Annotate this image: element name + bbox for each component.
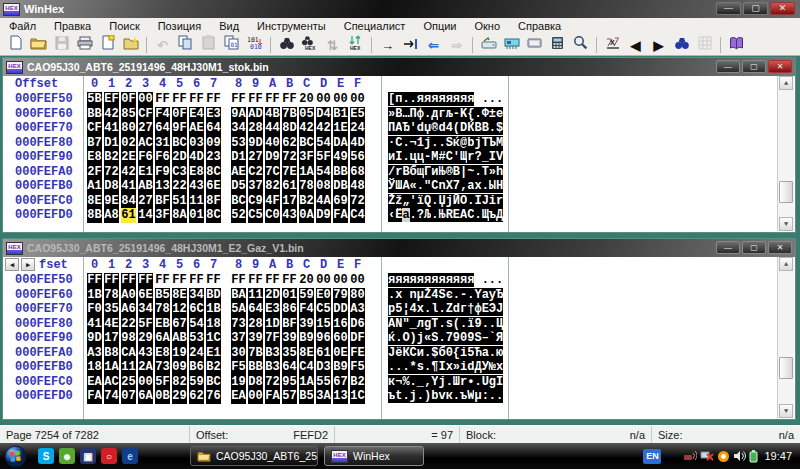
hex-byte[interactable]: 49 <box>333 150 348 165</box>
text-char[interactable]: . <box>496 389 503 403</box>
text-char[interactable]: ф <box>417 107 424 121</box>
hex-byte[interactable]: 64 <box>248 302 263 317</box>
text-char[interactable]: х <box>446 360 453 374</box>
hex-byte[interactable]: 4D <box>189 150 204 165</box>
text-char[interactable]: . <box>402 150 409 164</box>
external-tools-button[interactable] <box>524 35 545 54</box>
hex-byte[interactable]: F0 <box>87 302 102 317</box>
hex-byte[interactable]: 11 <box>121 360 136 375</box>
text-char[interactable]: – <box>482 331 489 345</box>
hex-byte[interactable]: D1 <box>104 136 119 151</box>
hex-byte[interactable]: 20 <box>299 92 314 107</box>
hex-byte[interactable]: A3 <box>350 302 365 317</box>
hex-byte[interactable]: C5 <box>248 208 263 223</box>
text-char[interactable]: ' <box>410 121 417 135</box>
hex-byte[interactable]: D8 <box>248 375 263 390</box>
hex-byte[interactable]: D8 <box>104 179 119 194</box>
hex-byte[interactable]: BC <box>206 375 221 390</box>
hex-byte[interactable]: DA <box>333 136 348 151</box>
text-char[interactable]: Д <box>474 360 481 374</box>
hex-byte[interactable]: 78 <box>104 288 119 303</box>
hex-byte[interactable]: 1D <box>265 317 280 332</box>
hex-byte[interactable]: 22 <box>172 179 187 194</box>
hex-byte[interactable]: E4 <box>189 107 204 122</box>
hex-byte[interactable]: 39 <box>299 317 314 332</box>
menu-item-Вид[interactable]: Вид <box>210 20 248 32</box>
hex-byte[interactable]: 2E <box>121 150 136 165</box>
hex-byte[interactable]: A8 <box>104 208 119 223</box>
text-char[interactable]: я <box>410 273 417 287</box>
text-char[interactable]: : <box>482 389 489 403</box>
text-char[interactable]: У <box>482 360 489 374</box>
text-char[interactable]: . <box>402 92 409 106</box>
hex-byte[interactable]: BA <box>231 288 246 303</box>
hex-byte[interactable]: F4 <box>155 107 170 122</box>
hex-byte[interactable]: D9 <box>316 208 331 223</box>
hex-byte[interactable]: 0A <box>299 208 314 223</box>
hex-byte[interactable]: 09 <box>206 136 221 151</box>
properties-button[interactable] <box>97 35 118 54</box>
text-char[interactable]: я <box>402 273 409 287</box>
hex-byte[interactable]: CF <box>87 121 102 136</box>
hex-byte[interactable]: 8D <box>282 121 297 136</box>
text-char[interactable]: r <box>496 194 503 208</box>
hex-byte[interactable]: A1 <box>87 179 102 194</box>
text-char[interactable]: љ <box>446 107 453 121</box>
hex-byte[interactable]: AE <box>189 121 204 136</box>
hex-byte[interactable]: 80 <box>350 288 365 303</box>
text-char[interactable]: . <box>438 302 445 316</box>
hex-byte[interactable]: AE <box>231 165 246 180</box>
hex-byte[interactable]: 42 <box>104 107 119 122</box>
text-char[interactable]: ц <box>417 150 424 164</box>
hex-byte[interactable]: D6 <box>350 317 365 332</box>
hex-byte[interactable]: 4A <box>316 194 331 209</box>
hex-byte[interactable]: BC <box>231 194 246 209</box>
hex-byte[interactable]: B2 <box>350 375 365 390</box>
hex-byte[interactable]: E5 <box>350 107 365 122</box>
hex-byte[interactable]: 68 <box>350 165 365 180</box>
text-char[interactable]: ј <box>474 136 481 150</box>
next-position-button[interactable]: ▶ <box>648 35 669 54</box>
hex-byte[interactable]: 30 <box>231 346 246 361</box>
hex-byte[interactable]: 17 <box>104 331 119 346</box>
text-char[interactable]: Ф <box>482 107 489 121</box>
text-char[interactable]: Ш <box>453 375 460 389</box>
hex-byte[interactable]: 54 <box>316 165 331 180</box>
hex-byte[interactable]: FE <box>350 346 365 361</box>
text-char[interactable]: H <box>496 179 503 193</box>
text-char[interactable]: S <box>446 136 453 150</box>
hex-byte[interactable]: 4E <box>104 317 119 332</box>
text-char[interactable]: . <box>438 136 445 150</box>
scroll-down-arrow[interactable]: ▼ <box>779 217 793 231</box>
hex-byte[interactable]: FF <box>265 92 280 107</box>
hex-byte[interactable]: 64 <box>155 121 170 136</box>
child-restore-button[interactable]: ▢ <box>742 60 766 73</box>
text-char[interactable]: а <box>482 288 489 302</box>
text-char[interactable]: О <box>402 331 409 345</box>
text-char[interactable]: я <box>438 273 445 287</box>
hex-byte[interactable]: 41 <box>104 121 119 136</box>
child-close-button[interactable]: ✕ <box>768 60 792 73</box>
hex-byte[interactable]: AC <box>138 136 153 151</box>
text-char[interactable]: 9 <box>453 331 460 345</box>
text-char[interactable]: " <box>402 317 409 331</box>
text-char[interactable]: я <box>453 273 460 287</box>
hex-byte[interactable]: F4 <box>299 302 314 317</box>
text-char[interactable]: ¦ <box>402 302 409 316</box>
hex-byte[interactable]: 34 <box>189 288 204 303</box>
hex-byte[interactable]: 1A <box>299 165 314 180</box>
hex-byte[interactable]: A0 <box>121 288 136 303</box>
hex-byte[interactable]: 4B <box>265 107 280 122</box>
text-char[interactable]: n <box>438 179 445 193</box>
text-char[interactable]: g <box>489 375 496 389</box>
hex-byte[interactable]: 57 <box>282 389 297 404</box>
text-char[interactable]: к <box>446 389 453 403</box>
hex-byte[interactable]: 74 <box>104 389 119 404</box>
text-char[interactable]: Ъ <box>489 136 496 150</box>
hex-byte[interactable]: 7B <box>248 346 263 361</box>
hex-byte[interactable]: E8 <box>87 150 102 165</box>
menu-item-Справка[interactable]: Справка <box>509 20 570 32</box>
hex-byte[interactable]: 13 <box>333 389 348 404</box>
hex-byte[interactable]: D1 <box>231 150 246 165</box>
scroll-left-button[interactable]: ◀ <box>5 258 19 271</box>
